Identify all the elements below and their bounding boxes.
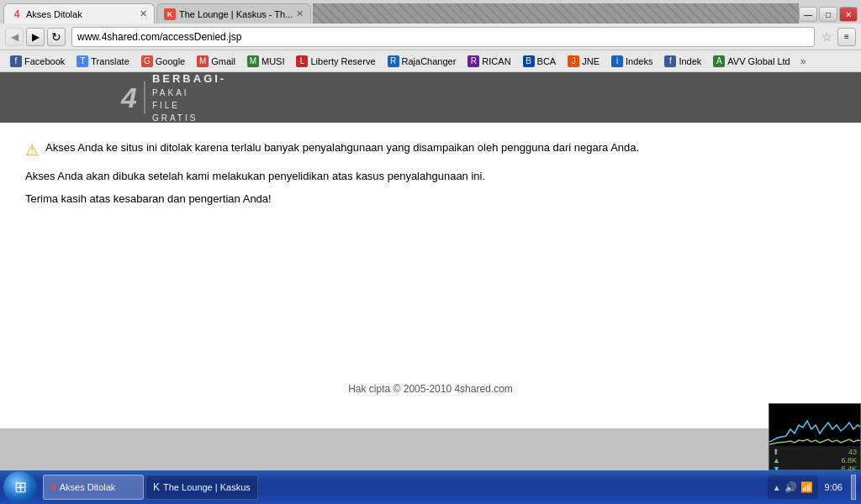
avv-icon: A <box>713 55 725 67</box>
logo-line1: BERBAGI- <box>152 72 226 87</box>
bookmark-gmail-label: Gmail <box>211 56 235 66</box>
clock-time: 9:06 <box>825 481 843 493</box>
bookmark-bca[interactable]: B BCA <box>518 54 562 69</box>
start-orb-icon: ⊞ <box>14 478 27 496</box>
tab-active[interactable]: 4 Akses Ditolak ✕ <box>3 3 155 24</box>
tray-network-icon[interactable]: 🔊 <box>784 481 797 493</box>
fourshared-logo-container: 4 BERBAGI- PAKAI FILE GRATIS <box>111 77 750 118</box>
bookmark-indeks-label: Indeks <box>626 56 652 66</box>
bookmark-jne-label: JNE <box>582 56 600 66</box>
taskbar-4shared-icon: 4 <box>50 481 56 493</box>
tab-close-active[interactable]: ✕ <box>140 8 147 19</box>
taskbar-task-kaskus-label: The Lounge | Kaskus <box>163 482 251 492</box>
network-graph <box>769 404 860 446</box>
net-stat-label-1: ⬆ <box>773 448 779 456</box>
bookmarks-bar: f Facebook T Translate G Google M Gmail … <box>0 50 861 72</box>
bookmark-raja-label: RajaChanger <box>402 56 457 66</box>
start-button[interactable]: ⊞ <box>3 471 37 503</box>
menu-button[interactable]: ≡ <box>837 28 856 46</box>
bookmark-bca-label: BCA <box>537 56 557 66</box>
tab-favicon-kaskus: K <box>164 8 176 20</box>
page-footer: Hak cipta © 2005-2010 4shared.com <box>0 383 861 395</box>
bookmark-liberty[interactable]: L Liberty Reserve <box>291 54 380 69</box>
bookmark-jne[interactable]: J JNE <box>563 54 605 69</box>
logo-number: 4 <box>121 83 137 112</box>
net-stat-label-2: ▲ <box>773 456 780 465</box>
bookmark-google-label: Google <box>156 56 185 66</box>
jne-icon: J <box>568 55 579 67</box>
liberty-icon: L <box>296 55 308 67</box>
taskbar-tasks: 4 Akses Ditolak K The Lounge | Kaskus <box>40 470 763 504</box>
tray-volume-icon[interactable]: 📶 <box>800 481 813 493</box>
taskbar: ⊞ 4 Akses Ditolak K The Lounge | Kaskus … <box>0 470 861 504</box>
tab-bar-empty <box>313 3 799 24</box>
net-stat-row-2: ▲ 6.8K <box>773 456 857 465</box>
system-tray: ▲ 🔊 📶 <box>768 475 818 499</box>
logo-line4: GRATIS <box>152 112 226 124</box>
extra-text-2: Terima kasih atas kesabaran dan pengerti… <box>25 191 836 208</box>
back-button[interactable]: ◀ <box>5 28 24 46</box>
bookmark-facebook[interactable]: f Facebook <box>5 54 70 69</box>
access-denied-content: ⚠ Akses Anda ke situs ini ditolak karena… <box>0 123 861 225</box>
more-bookmarks-button[interactable]: » <box>797 55 810 67</box>
bookmark-rican-label: RICAN <box>482 56 510 66</box>
clock[interactable]: 9:06 <box>821 481 846 493</box>
tray-arrow-icon[interactable]: ▲ <box>773 483 781 492</box>
tab-close-kaskus[interactable]: ✕ <box>296 8 304 19</box>
logo-line2: PAKAI <box>152 87 226 99</box>
forward-button[interactable]: ▶ <box>26 28 45 46</box>
logo-divider <box>144 81 145 113</box>
net-stat-val-2: 6.8K <box>841 456 857 465</box>
bookmark-avv[interactable]: A AVV Global Ltd <box>708 54 795 69</box>
gmail-icon: M <box>197 55 209 67</box>
net-stat-row-1: ⬆ 43 <box>773 448 857 456</box>
warning-text: Akses Anda ke situs ini ditolak karena t… <box>45 139 639 157</box>
page-content: 4 BERBAGI- PAKAI FILE GRATIS ⚠ Akses And… <box>0 72 861 428</box>
bookmark-translate[interactable]: T Translate <box>71 54 134 69</box>
bookmark-rican[interactable]: R RICAN <box>462 54 515 69</box>
rican-icon: R <box>467 55 479 67</box>
indek-icon: f <box>664 55 676 67</box>
bookmark-star[interactable]: ☆ <box>818 29 835 45</box>
bca-icon: B <box>523 55 535 67</box>
minimize-button[interactable]: — <box>799 7 817 22</box>
net-stat-val-1: 43 <box>848 448 857 456</box>
musi-icon: M <box>247 55 259 67</box>
taskbar-task-4shared[interactable]: 4 Akses Ditolak <box>43 475 144 500</box>
maximize-button[interactable]: □ <box>819 7 837 22</box>
bookmark-indek[interactable]: f Indek <box>659 54 706 69</box>
fourshared-header: 4 BERBAGI- PAKAI FILE GRATIS <box>0 72 861 123</box>
bookmark-gmail[interactable]: M Gmail <box>192 54 240 69</box>
google-icon: G <box>141 55 153 67</box>
raja-icon: R <box>388 55 399 67</box>
translate-icon: T <box>77 55 88 67</box>
logo-text-block: BERBAGI- PAKAI FILE GRATIS <box>152 72 226 124</box>
extra-text-1: Akses Anda akan dibuka setelah kami mela… <box>25 168 836 186</box>
show-desktop-button[interactable] <box>851 475 856 500</box>
tab-kaskus[interactable]: K The Lounge | Kaskus - Th... ✕ <box>156 3 311 24</box>
bookmark-raja[interactable]: R RajaChanger <box>383 54 462 69</box>
address-bar[interactable] <box>77 31 809 43</box>
taskbar-kaskus-icon: K <box>153 481 160 493</box>
bookmark-avv-label: AVV Global Ltd <box>727 56 790 66</box>
taskbar-right: ▲ 🔊 📶 9:06 <box>763 475 861 500</box>
refresh-button[interactable]: ↻ <box>47 28 66 46</box>
network-widget: ⬆ 43 ▲ 6.8K ▼ 6.4K <box>769 403 861 470</box>
indeks-icon: i <box>611 55 623 67</box>
navigation-bar: ◀ ▶ ↻ ☆ ≡ <box>0 24 861 50</box>
bookmark-indek-label: Indek <box>679 56 701 66</box>
taskbar-task-4shared-label: Akses Ditolak <box>60 482 116 492</box>
warning-icon: ⚠ <box>25 141 39 160</box>
bookmark-musi[interactable]: M MUSI <box>242 54 290 69</box>
bookmark-google[interactable]: G Google <box>136 54 190 69</box>
close-button[interactable]: ✕ <box>839 7 858 22</box>
logo-line3: FILE <box>152 99 226 112</box>
warning-row: ⚠ Akses Anda ke situs ini ditolak karena… <box>25 139 836 160</box>
bookmark-musi-label: MUSI <box>261 56 285 66</box>
bookmark-liberty-label: Liberty Reserve <box>310 56 375 66</box>
tab-title-kaskus: The Lounge | Kaskus - Th... <box>179 9 293 19</box>
tab-favicon-4shared: 4 <box>11 8 23 20</box>
taskbar-task-kaskus[interactable]: K The Lounge | Kaskus <box>145 475 258 500</box>
tab-title-active: Akses Ditolak <box>26 9 136 19</box>
bookmark-indeks[interactable]: i Indeks <box>606 54 658 69</box>
